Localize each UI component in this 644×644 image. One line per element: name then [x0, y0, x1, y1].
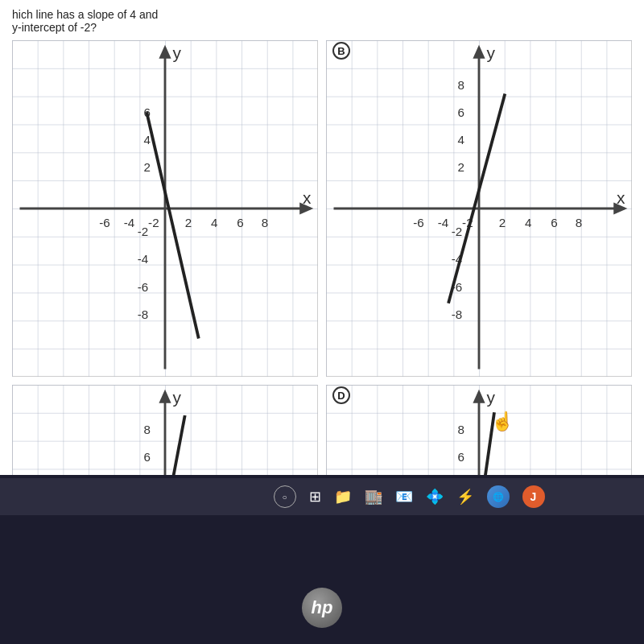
graphs-container: y x 6 4 2 -2 -4 -6 -8 -6 -4 -2 2 4 6 8: [12, 40, 632, 467]
store-icon[interactable]: 🏬: [365, 488, 382, 506]
svg-text:-2: -2: [452, 225, 463, 238]
main-content: hich line has a slope of 4 and y-interce…: [0, 0, 644, 475]
svg-text:☝: ☝: [491, 410, 514, 432]
svg-text:-4: -4: [438, 216, 449, 229]
svg-text:-6: -6: [99, 216, 110, 229]
hp-logo-area: hp: [302, 588, 342, 628]
svg-text:8: 8: [457, 78, 464, 92]
svg-text:8: 8: [143, 423, 150, 436]
grid-icon[interactable]: ⊞: [309, 488, 321, 506]
svg-text:x: x: [303, 188, 312, 207]
lightning-icon[interactable]: ⚡: [456, 488, 474, 506]
svg-text:-2: -2: [148, 216, 159, 229]
svg-text:6: 6: [237, 216, 243, 229]
dropbox-icon[interactable]: 💠: [426, 488, 444, 506]
svg-text:y: y: [173, 388, 182, 407]
svg-text:-6: -6: [413, 216, 424, 229]
svg-text:y: y: [487, 43, 496, 62]
svg-text:4: 4: [143, 133, 150, 147]
svg-text:2: 2: [185, 216, 192, 229]
svg-text:4: 4: [211, 216, 217, 229]
svg-text:-8: -8: [452, 308, 463, 321]
circle-button[interactable]: ○: [274, 485, 296, 508]
question-text: hich line has a slope of 4 and y-interce…: [12, 8, 632, 34]
svg-text:y: y: [487, 388, 496, 407]
svg-text:6: 6: [457, 105, 464, 119]
folder-icon[interactable]: 📁: [334, 488, 352, 506]
svg-text:4: 4: [457, 133, 464, 147]
graph-b-cell: B y x 8 6 4 2: [326, 40, 632, 377]
svg-text:-2: -2: [138, 225, 149, 238]
taskbar-area: 🔍 search ○ ⊞ 📁 🏬 📧 💠 ⚡ 🌐 J hp: [0, 475, 644, 644]
svg-text:y: y: [173, 43, 182, 62]
svg-text:-8: -8: [138, 308, 149, 321]
svg-text:2: 2: [143, 160, 150, 174]
svg-text:-4: -4: [138, 252, 149, 266]
svg-text:8: 8: [262, 216, 268, 229]
graph-a: y x 6 4 2 -2 -4 -6 -8 -6 -4 -2 2 4 6 8: [12, 40, 318, 377]
mail-icon[interactable]: 📧: [395, 488, 413, 506]
question-line1: hich line has a slope of 4 and: [12, 8, 158, 21]
svg-text:8: 8: [576, 216, 582, 229]
svg-text:6: 6: [457, 450, 464, 464]
svg-text:2: 2: [457, 160, 464, 174]
svg-text:-4: -4: [124, 216, 135, 229]
graph-d-label: D: [332, 386, 350, 404]
svg-text:4: 4: [525, 216, 531, 229]
question-line2: y-intercept of -2?: [12, 21, 97, 34]
j-icon[interactable]: J: [522, 485, 545, 508]
graph-a-cell: y x 6 4 2 -2 -4 -6 -8 -6 -4 -2 2 4 6 8: [12, 40, 318, 377]
svg-text:2: 2: [499, 216, 506, 229]
svg-text:-6: -6: [138, 280, 149, 294]
svg-text:6: 6: [143, 450, 150, 464]
taskbar-main: ○ ⊞ 📁 🏬 📧 💠 ⚡ 🌐 J: [0, 478, 644, 515]
hp-logo: hp: [302, 588, 342, 628]
graph-b: y x 8 6 4 2 -2 -4 -6 -8 -6 -4 -2 2 4 6 8: [326, 40, 632, 377]
graph-b-label: B: [332, 42, 350, 60]
svg-text:8: 8: [457, 423, 464, 436]
svg-text:x: x: [617, 188, 625, 207]
svg-text:6: 6: [551, 216, 557, 229]
browser-icon[interactable]: 🌐: [487, 485, 510, 508]
